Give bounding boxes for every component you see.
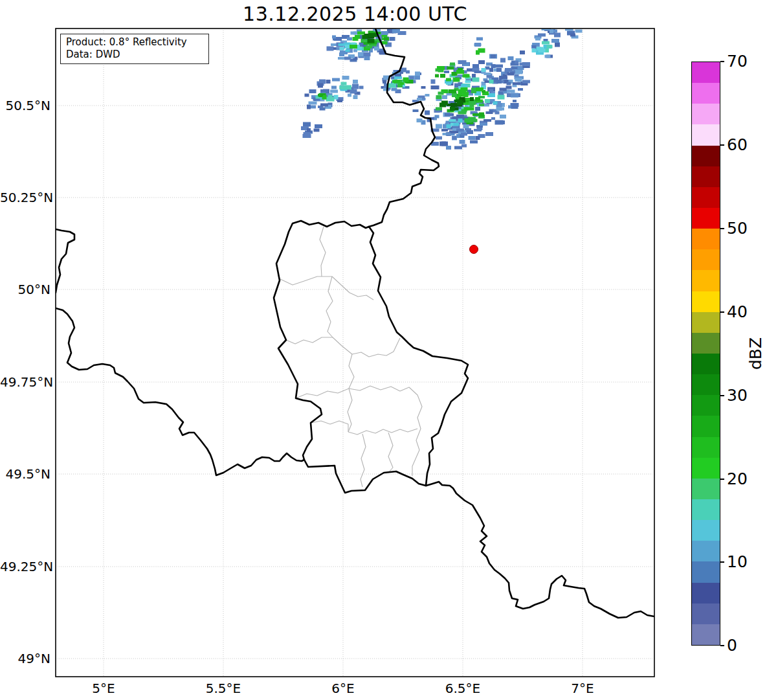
colorbar-segment [692,124,720,145]
colorbar-segment [692,333,720,354]
colorbar-segment [692,83,720,104]
region-border [320,227,326,277]
radar-site-marker [470,245,478,254]
colorbar-segment [692,604,720,624]
x-tick-label: 5.5°E [194,681,252,696]
y-tick-label: 49.75°N [0,374,50,390]
colorbar-segment [692,541,720,561]
colorbar-tick-label: 10 [727,553,748,571]
x-tick-label: 7°E [553,681,612,696]
plot-area [56,27,654,677]
colorbar-segment [692,374,720,395]
radar-map-canvas [0,0,778,700]
colorbar-tick-label: 70 [727,52,748,71]
colorbar-segment [692,291,720,312]
data-source-label: Data: DWD [66,49,203,61]
region-border [286,337,333,344]
colorbar-tick-mark [720,228,724,229]
region-border [280,277,373,300]
y-tick-label: 50.5°N [0,98,50,113]
colorbar-tick-label: 0 [727,637,737,655]
colorbar [691,62,720,646]
colorbar-tick-mark [720,311,724,313]
colorbar-segment [692,458,720,479]
x-tick-label: 6.5°E [434,681,492,696]
colorbar-segment [692,395,720,416]
y-tick-label: 49°N [0,651,50,666]
colorbar-segment [692,187,720,208]
region-border [333,337,400,357]
x-tick-label: 6°E [314,681,372,696]
region-border [361,434,366,487]
weather-radar-figure: 13.12.2025 14:00 UTC Product: 0.8° Refle… [0,0,778,700]
colorbar-segment [692,229,720,249]
country-border [369,28,439,227]
colorbar-tick-label: 60 [727,136,748,154]
colorbar-tick-mark [720,479,724,480]
region-border [296,389,349,398]
region-border [326,277,333,337]
colorbar-segment [692,312,720,333]
colorbar-tick-mark [720,144,724,146]
colorbar-segment [692,104,720,124]
colorbar-tick-mark [720,61,724,62]
region-border [348,429,417,435]
colorbar-tick-label: 50 [727,220,748,238]
colorbar-tick-label: 30 [727,387,748,405]
y-tick-label: 49.25°N [0,559,50,574]
colorbar-segment [692,561,720,582]
colorbar-segment [692,208,720,229]
colorbar-segment [692,479,720,499]
colorbar-tick-label: 40 [727,303,748,321]
y-tick-label: 50.25°N [0,190,50,205]
product-annotation-box: Product: 0.8° Reflectivity Data: DWD [60,34,209,64]
y-tick-label: 49.5°N [0,466,50,482]
colorbar-tick-mark [720,395,724,396]
colorbar-segment [692,624,720,645]
colorbar-segment [692,166,720,187]
colorbar-tick-mark [720,645,724,646]
product-label: Product: 0.8° Reflectivity [66,36,203,49]
region-border [388,433,393,473]
colorbar-segment [692,249,720,270]
region-border [348,354,354,432]
colorbar-segment [692,416,720,436]
colorbar-segment [692,146,720,166]
colorbar-segment [692,354,720,374]
x-tick-label: 5°E [74,681,133,696]
colorbar-tick-label: 20 [727,470,748,488]
colorbar-segment [692,499,720,520]
colorbar-axis-label: dBZ [737,334,775,373]
colorbar-tick-mark [720,561,724,563]
colorbar-segment [692,437,720,458]
colorbar-segment [692,270,720,291]
country-border [274,221,468,493]
colorbar-segment [692,62,720,83]
country-border [56,229,74,293]
country-border [56,308,304,475]
colorbar-segment [692,520,720,541]
radar-echo-cells [301,27,583,150]
colorbar-segment [692,583,720,604]
y-tick-label: 50°N [0,282,50,297]
region-border [311,421,348,432]
country-border [426,482,654,618]
